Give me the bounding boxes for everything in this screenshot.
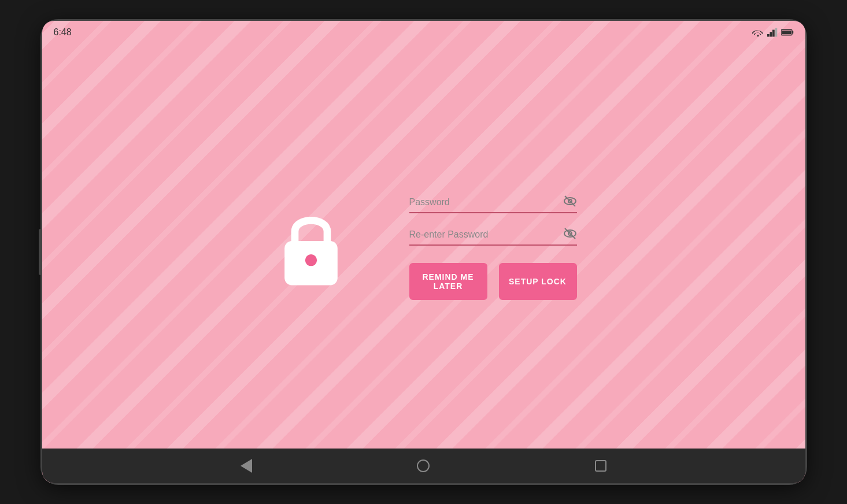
status-bar: 6:48	[42, 21, 805, 44]
tablet-frame: 6:48	[42, 21, 805, 483]
screen: 6:48	[42, 21, 805, 483]
remind-later-button[interactable]: REMIND ME LATER	[409, 263, 487, 300]
reenter-password-input[interactable]	[409, 225, 577, 244]
svg-point-8	[305, 254, 316, 266]
recent-button[interactable]	[590, 455, 611, 476]
buttons-row: REMIND ME LATER SETUP LOCK	[409, 263, 577, 300]
svg-rect-1	[770, 32, 772, 36]
home-button[interactable]	[413, 455, 434, 476]
lock-icon	[273, 206, 349, 287]
reenter-password-group	[409, 225, 577, 246]
home-icon	[417, 459, 430, 472]
wifi-icon	[752, 28, 764, 37]
svg-rect-2	[772, 30, 775, 37]
svg-rect-5	[791, 31, 793, 34]
back-icon	[241, 459, 252, 473]
svg-rect-0	[767, 34, 770, 37]
lock-icon-wrap	[271, 203, 352, 290]
status-icons	[752, 28, 794, 37]
status-time: 6:48	[54, 27, 72, 38]
lock-section	[271, 203, 352, 290]
svg-rect-3	[775, 28, 777, 37]
password-input[interactable]	[409, 192, 577, 212]
bottom-nav	[42, 449, 805, 483]
password-visibility-toggle[interactable]	[563, 194, 577, 210]
back-button[interactable]	[236, 455, 257, 476]
password-group	[409, 192, 577, 213]
right-panel: REMIND ME LATER SETUP LOCK	[409, 192, 577, 300]
setup-lock-button[interactable]: SETUP LOCK	[499, 263, 577, 300]
signal-icon	[767, 28, 778, 37]
recent-icon	[595, 460, 606, 472]
battery-icon	[781, 28, 794, 37]
svg-rect-6	[782, 31, 791, 34]
reenter-visibility-toggle[interactable]	[563, 227, 577, 243]
content-area: REMIND ME LATER SETUP LOCK	[42, 44, 805, 449]
pink-background: 6:48	[42, 21, 805, 483]
